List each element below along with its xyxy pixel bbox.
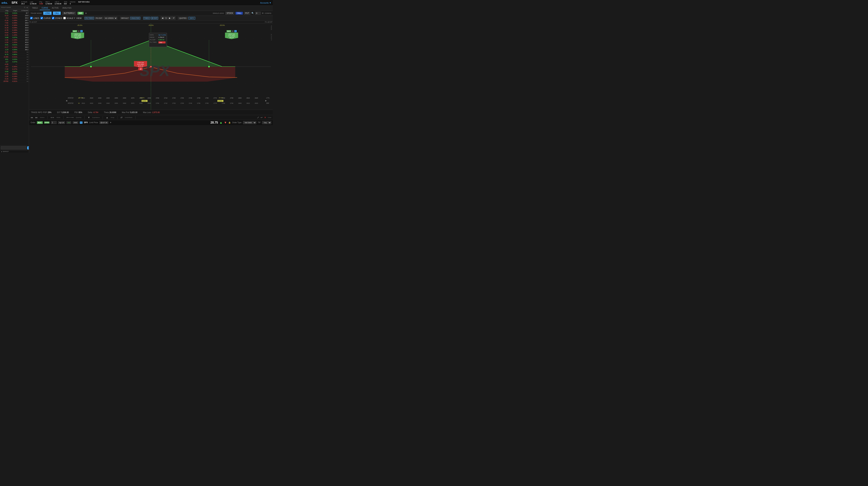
pl-theo-btn[interactable]: P/L THEO — [85, 17, 94, 20]
go-button[interactable]: GO — [78, 12, 84, 14]
quantity-input[interactable] — [255, 12, 261, 14]
prev-prev-icon[interactable]: ⏮ — [31, 116, 33, 119]
butterfly-button[interactable]: BUTTERFLY — [62, 11, 76, 15]
pin-sell-2750[interactable]: 2750 Call 4/20 (36d) @43.30 -2 — [134, 61, 147, 70]
pl-exp-btn[interactable]: P/L EXP — [95, 17, 103, 20]
bottom-toolbar: ⏮ ⏭ Strikes ⟺ Width ⟵⟶ — [29, 115, 273, 120]
search-input[interactable] — [1, 146, 26, 150]
analysis-btn[interactable]: ANALYSIS — [130, 17, 140, 20]
pin1-body[interactable]: 2665 Call 4/20 (36d) @107.30 — [71, 33, 84, 39]
price-down-icon[interactable]: ▼ — [224, 121, 227, 124]
price-up-icon[interactable]: ▲ — [219, 121, 222, 124]
table-row[interactable]: -1.04-2.28%18.4 — [0, 39, 29, 41]
dropdown-price-icon[interactable]: ▼ — [110, 122, 112, 124]
table-row[interactable]: -7.82-0.49%28.8 — [0, 22, 29, 24]
refresh-icon[interactable]: ↺ — [172, 17, 175, 20]
table-row[interactable]: 0.010.01%34.9 — [0, 44, 29, 46]
table-row[interactable]: 0.680.57%14.3 — [0, 36, 29, 39]
table-row[interactable]: -1.00-0.04%— — [0, 75, 29, 78]
tab-curve[interactable]: CURVE — [40, 6, 50, 10]
pin2-body[interactable]: 2750 Call 4/20 (36d) @43.30 — [134, 61, 147, 68]
search-icon[interactable]: 🔍 — [251, 12, 254, 14]
call-button[interactable]: CALL — [53, 11, 61, 15]
table-row[interactable]: -0.17-0.35%39.0 — [0, 46, 29, 48]
table-row[interactable]: 8.750.85%— — [0, 53, 29, 56]
ticker-full-value: S&P 500 Index — [78, 1, 90, 3]
exp-icon[interactable]: ▼ — [88, 116, 90, 119]
stock-button[interactable]: STOCK — [225, 12, 235, 14]
table-row[interactable]: -0.005-0.01%— — [0, 56, 29, 58]
table-row[interactable]: -0.63-0.66%11.3 — [0, 31, 29, 34]
scale-label: SCALE Y — [66, 17, 75, 19]
theo-btn[interactable]: THEO — [143, 17, 150, 20]
undo-group: ⇄ — [121, 116, 123, 119]
filter-icon[interactable]: ⚙ — [262, 12, 264, 14]
clear-icon[interactable]: ✕ — [264, 116, 266, 119]
buy-action-button[interactable]: BUY — [37, 121, 43, 124]
quotes-btn[interactable]: QUOTES — [178, 17, 188, 20]
table-row[interactable]: -0.240.39%— — [0, 78, 29, 80]
chevron-left-icon[interactable]: ◀ — [161, 17, 164, 20]
default-btn[interactable]: DEFAULT — [120, 17, 130, 20]
iv-cell: — — [18, 78, 29, 80]
next-next-icon[interactable]: ⏭ — [35, 116, 38, 119]
table-row[interactable]: -1.50-1.50%42.6 — [0, 41, 29, 44]
collapse-icon[interactable]: ◀ — [26, 6, 28, 8]
table-row[interactable]: 1170.47%— — [0, 61, 29, 63]
pin-buy-2835[interactable]: BUY 1 C 2835 Call 4/20 (36d) @9.30 — [225, 30, 238, 39]
exp-btn[interactable]: @ EXP — [151, 17, 158, 20]
table-row[interactable]: -0.13-0.05%23.0 — [0, 14, 29, 17]
order-qty-input[interactable] — [51, 121, 57, 124]
table-row[interactable]: -0.16-1.06%29.7 — [0, 19, 29, 22]
tab-analysis[interactable]: ANALYSIS — [61, 6, 73, 10]
table-row[interactable]: -4.06—— — [0, 63, 29, 66]
zones-checkbox[interactable] — [52, 17, 54, 19]
table-row[interactable]: -6.18-0.09%34.9 — [0, 27, 29, 29]
table-row[interactable]: -9.250.85%— — [0, 51, 29, 53]
table-row[interactable]: -0.15-2.30%30.9 — [0, 24, 29, 27]
pin3-body[interactable]: 2835 Call 4/20 (36d) @9.30 — [225, 33, 238, 39]
lock-icon[interactable]: 🔒 — [228, 122, 230, 124]
tab-table[interactable]: TABLE — [30, 6, 40, 10]
table-row[interactable]: -157-0.95%— — [0, 66, 29, 68]
order-type-select[interactable]: Net Debit Net Credit Market Limit — [243, 121, 256, 124]
table-row[interactable]: -9.20-0.69%— — [0, 73, 29, 75]
svg-text:-25.5%: -25.5% — [148, 24, 154, 26]
chevron-right-icon[interactable]: ▶ — [168, 17, 172, 20]
greek-select[interactable]: NO GREEK DELTA GAMMA — [104, 17, 117, 20]
tif-select[interactable]: Day GTC GTD — [262, 121, 271, 124]
table-row[interactable]: -7.50-0.47%— — [0, 68, 29, 70]
swap-icon[interactable]: ▲ — [106, 116, 108, 119]
lines-checkbox[interactable] — [30, 17, 33, 19]
scale-checkbox[interactable] — [63, 17, 66, 19]
table-row[interactable]: -0.26-1.20%34.3 — [0, 34, 29, 36]
table-row[interactable]: 0.010.01%8.7 — [0, 12, 29, 14]
long-button[interactable]: LONG — [43, 11, 52, 15]
curve-checkbox[interactable] — [40, 17, 43, 19]
last-value: 2,748.84 — [30, 3, 36, 5]
table-row[interactable]: -0.78-0.49%33.8 — [0, 29, 29, 31]
trade-v-label[interactable]: TRADE — [271, 25, 272, 30]
add-button[interactable]: + — [27, 147, 29, 150]
pin-buy-2665[interactable]: BUY 1 C 2665 Call 4/20 (36d) @107.30 — [71, 30, 84, 39]
tab-active[interactable]: ACTIVE — [50, 6, 61, 10]
expand-icon[interactable]: ⤢ — [257, 116, 259, 119]
undo-icon[interactable]: ⇄ — [121, 116, 123, 119]
pin1-qty: 1 — [78, 30, 80, 32]
table-row[interactable]: 0'010.02%— — [0, 58, 29, 61]
dropdown-icon[interactable]: ▼ — [85, 12, 87, 14]
put-button[interactable]: PUT — [244, 12, 250, 14]
activity-v-label[interactable]: ACTIVITY — [271, 34, 272, 41]
info-btn[interactable]: INFO — [188, 17, 195, 20]
qty-icon[interactable]: ⟵⟶ — [66, 116, 74, 119]
undo2-icon[interactable]: ↩ — [260, 116, 263, 119]
table-row[interactable]: -0.4-0.03%20.3 — [0, 17, 29, 19]
call2-button[interactable]: CALL — [236, 12, 243, 14]
width-icon[interactable]: ⟺ — [51, 116, 54, 119]
accounts-button[interactable]: Accounts ▼ — [260, 2, 271, 4]
table-row[interactable]: 0.500.01%— — [0, 70, 29, 73]
table-row[interactable]: -20760-0.61%— — [0, 80, 29, 83]
table-row[interactable]: 1.230.50%39.2 — [0, 48, 29, 51]
width-group: ⟺ — [51, 116, 54, 119]
settings-icon[interactable]: ⚙ — [24, 6, 26, 8]
